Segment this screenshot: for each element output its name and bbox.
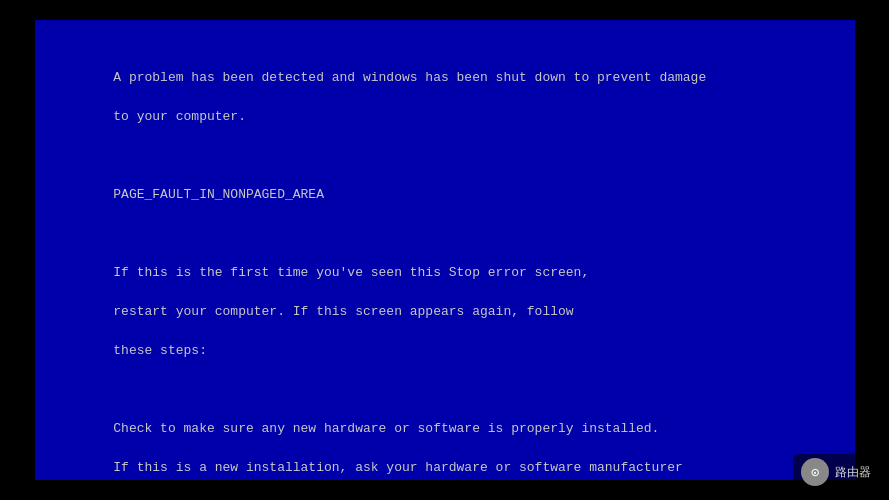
- first-time-1: If this is the first time you've seen th…: [113, 265, 589, 280]
- watermark: ⊙ 路由器: [793, 454, 879, 490]
- first-time-2: restart your computer. If this screen ap…: [113, 304, 573, 319]
- line1: A problem has been detected and windows …: [113, 70, 706, 85]
- error-code: PAGE_FAULT_IN_NONPAGED_AREA: [113, 187, 324, 202]
- bsod-screen: A problem has been detected and windows …: [35, 20, 855, 480]
- check-1: Check to make sure any new hardware or s…: [113, 421, 659, 436]
- check-2: If this is a new installation, ask your …: [113, 460, 683, 475]
- screen-container: A problem has been detected and windows …: [0, 0, 889, 500]
- watermark-text: 路由器: [835, 464, 871, 481]
- watermark-icon: ⊙: [801, 458, 829, 486]
- first-time-3: these steps:: [113, 343, 207, 358]
- bsod-text: A problem has been detected and windows …: [67, 48, 823, 480]
- watermark-icon-symbol: ⊙: [811, 464, 819, 481]
- line2: to your computer.: [113, 109, 246, 124]
